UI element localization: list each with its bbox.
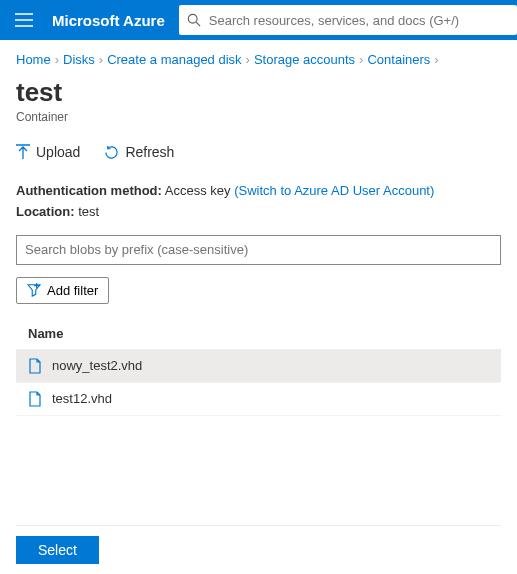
location-value: test: [78, 204, 99, 219]
crumb-home[interactable]: Home: [16, 52, 51, 67]
upload-icon: [16, 144, 30, 160]
upload-label: Upload: [36, 144, 80, 160]
upload-button[interactable]: Upload: [16, 144, 80, 160]
breadcrumb: Home › Disks › Create a managed disk › S…: [0, 40, 517, 73]
crumb-create-disk[interactable]: Create a managed disk: [107, 52, 241, 67]
auth-value: Access key: [165, 183, 231, 198]
blob-search-input[interactable]: [16, 235, 501, 265]
refresh-icon: [104, 145, 119, 160]
toolbar: Upload Refresh: [0, 134, 517, 175]
filter-plus-icon: [27, 283, 41, 297]
brand-label: Microsoft Azure: [48, 12, 179, 29]
table-row[interactable]: nowy_test2.vhd: [16, 350, 501, 383]
file-name: nowy_test2.vhd: [52, 358, 142, 373]
col-name: Name: [28, 326, 63, 341]
switch-auth-link[interactable]: (Switch to Azure AD User Account): [234, 183, 434, 198]
add-filter-label: Add filter: [47, 283, 98, 298]
menu-button[interactable]: [0, 13, 48, 27]
filter-bar: [0, 225, 517, 265]
chevron-right-icon: ›: [99, 52, 103, 67]
hamburger-icon: [15, 13, 33, 27]
global-search-input[interactable]: [201, 13, 517, 28]
add-filter-button[interactable]: Add filter: [16, 277, 109, 304]
chevron-right-icon: ›: [359, 52, 363, 67]
svg-line-1: [196, 22, 200, 26]
search-icon: [187, 13, 201, 27]
file-icon: [28, 358, 42, 374]
crumb-disks[interactable]: Disks: [63, 52, 95, 67]
page-heading: test: [0, 73, 517, 108]
global-search[interactable]: [179, 5, 517, 35]
table-header: Name: [16, 316, 501, 350]
refresh-label: Refresh: [125, 144, 174, 160]
chevron-right-icon: ›: [434, 52, 438, 67]
metadata-block: Authentication method: Access key (Switc…: [0, 175, 517, 225]
chevron-right-icon: ›: [55, 52, 59, 67]
refresh-button[interactable]: Refresh: [104, 144, 174, 160]
file-icon: [28, 391, 42, 407]
page-subtitle: Container: [0, 108, 517, 134]
svg-point-0: [188, 14, 197, 23]
table-row[interactable]: test12.vhd: [16, 383, 501, 416]
crumb-storage-accounts[interactable]: Storage accounts: [254, 52, 355, 67]
auth-label: Authentication method:: [16, 183, 162, 198]
crumb-containers[interactable]: Containers: [367, 52, 430, 67]
select-button[interactable]: Select: [16, 536, 99, 564]
top-bar: Microsoft Azure: [0, 0, 517, 40]
chevron-right-icon: ›: [246, 52, 250, 67]
file-name: test12.vhd: [52, 391, 112, 406]
blob-table: Name nowy_test2.vhdtest12.vhd: [0, 316, 517, 416]
location-label: Location:: [16, 204, 75, 219]
page-title: test: [16, 77, 501, 108]
footer: Select: [16, 525, 501, 564]
